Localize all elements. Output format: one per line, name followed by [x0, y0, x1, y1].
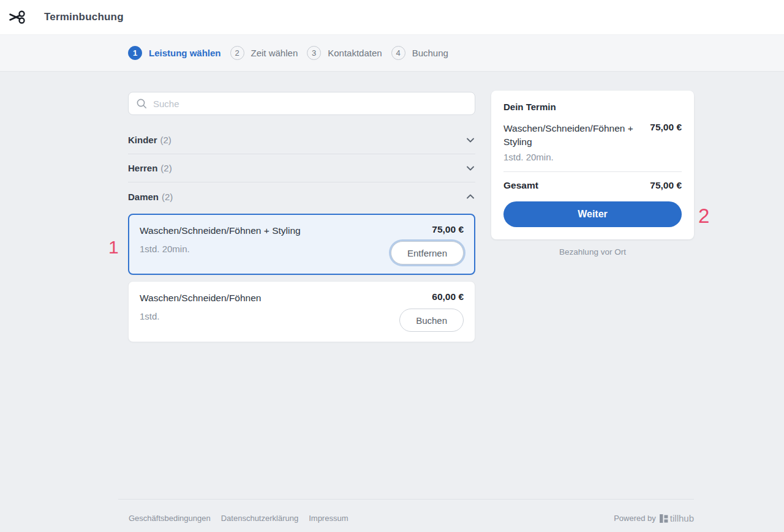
chevron-up-icon: [466, 192, 475, 201]
step-leistung-waehlen[interactable]: 1 Leistung wählen: [128, 46, 221, 60]
step-bar: 1 Leistung wählen 2 Zeit wählen 3 Kontak…: [0, 35, 784, 72]
page-title: Terminbuchung: [44, 11, 124, 23]
entfernen-button[interactable]: Entfernen: [391, 241, 464, 264]
chevron-down-icon: [466, 135, 475, 145]
cart-summary-card: Dein Termin Waschen/Schneiden/Föhnen + S…: [491, 91, 694, 239]
cart-item-duration: 1std. 20min.: [503, 152, 682, 162]
category-kinder[interactable]: Kinder (2): [128, 126, 475, 154]
service-header: Waschen/Schneiden/Föhnen + Styling 75,00…: [140, 224, 464, 238]
cart-item: Waschen/Schneiden/Föhnen + Styling 75,00…: [503, 122, 682, 149]
service-card-selected[interactable]: Waschen/Schneiden/Föhnen + Styling 75,00…: [128, 214, 475, 275]
search-input[interactable]: [153, 99, 467, 109]
cart-item-price: 75,00 €: [650, 122, 682, 149]
step-indicator: 1 Leistung wählen 2 Zeit wählen 3 Kontak…: [128, 46, 458, 60]
cart-item-title: Waschen/Schneiden/Föhnen + Styling: [503, 122, 641, 149]
cart-total-price: 75,00 €: [650, 180, 682, 191]
app-header: Terminbuchung: [0, 0, 784, 35]
service-title: Waschen/Schneiden/Föhnen: [140, 291, 261, 305]
powered-by-text: Powered by: [614, 514, 656, 523]
category-name: Damen: [128, 192, 159, 202]
step-label: Leistung wählen: [149, 48, 221, 58]
cart-title: Dein Termin: [503, 102, 682, 112]
link-impressum[interactable]: Impressum: [309, 514, 348, 523]
tillhub-logo-icon: [660, 514, 668, 523]
cart-column: Dein Termin Waschen/Schneiden/Föhnen + S…: [491, 92, 694, 348]
step-label: Zeit wählen: [251, 48, 298, 58]
category-count: (2): [160, 135, 172, 145]
service-list-column: Kinder (2) Herren (2) Damen (2) Waschen/…: [128, 92, 475, 348]
chevron-down-icon: [466, 163, 475, 173]
annotation-marker-1: 1: [108, 238, 119, 257]
tillhub-brand-text: tillhub: [670, 513, 694, 523]
category-herren[interactable]: Herren (2): [128, 154, 475, 182]
scissors-icon: [7, 7, 27, 27]
powered-by: Powered by tillhub: [614, 513, 694, 523]
step-number: 2: [230, 46, 244, 60]
category-damen[interactable]: Damen (2): [128, 182, 475, 211]
search-bar: [128, 92, 475, 115]
link-geschaeftsbedingungen[interactable]: Geschäftsbedingungen: [129, 514, 211, 523]
step-label: Buchung: [412, 48, 448, 58]
link-datenschutzerklaerung[interactable]: Datenschutzerklärung: [221, 514, 298, 523]
main-content: Kinder (2) Herren (2) Damen (2) Waschen/…: [128, 72, 694, 348]
service-card[interactable]: Waschen/Schneiden/Föhnen 60,00 € 1std. B…: [128, 281, 475, 342]
tillhub-brand: tillhub: [660, 513, 694, 523]
buchen-button[interactable]: Buchen: [399, 309, 464, 332]
footer-row: Geschäftsbedingungen Datenschutzerklärun…: [118, 500, 694, 532]
service-footer: 1std. 20min. Entfernen: [140, 241, 464, 264]
service-price: 75,00 €: [432, 224, 464, 235]
step-kontaktdaten[interactable]: 3 Kontaktdaten: [307, 46, 382, 60]
service-duration: 1std.: [140, 309, 160, 321]
step-number: 1: [128, 46, 142, 60]
category-count: (2): [162, 192, 173, 202]
search-icon: [136, 98, 147, 109]
step-number: 3: [307, 46, 321, 60]
step-number: 4: [391, 46, 405, 60]
divider: [503, 171, 682, 172]
payment-note: Bezahlung vor Ort: [491, 247, 694, 257]
category-name: Herren: [128, 163, 157, 173]
service-title: Waschen/Schneiden/Föhnen + Styling: [140, 224, 301, 238]
step-zeit-waehlen[interactable]: 2 Zeit wählen: [230, 46, 298, 60]
service-price: 60,00 €: [432, 291, 464, 302]
step-label: Kontaktdaten: [328, 48, 382, 58]
weiter-button[interactable]: Weiter: [503, 201, 682, 227]
service-header: Waschen/Schneiden/Föhnen 60,00 €: [140, 291, 464, 305]
step-buchung[interactable]: 4 Buchung: [391, 46, 448, 60]
annotation-marker-2: 2: [698, 206, 709, 226]
service-duration: 1std. 20min.: [140, 241, 190, 254]
category-name: Kinder: [128, 135, 157, 145]
service-footer: 1std. Buchen: [140, 309, 464, 332]
cart-total-label: Gesamt: [503, 180, 538, 191]
category-count: (2): [160, 163, 172, 173]
page-footer: Geschäftsbedingungen Datenschutzerklärun…: [118, 499, 694, 532]
cart-total-row: Gesamt 75,00 €: [503, 180, 682, 191]
